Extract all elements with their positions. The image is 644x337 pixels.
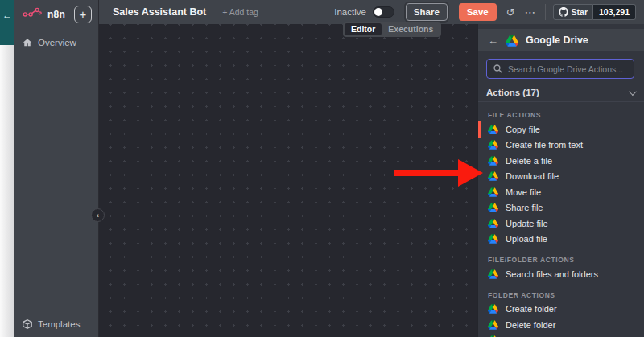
google-drive-icon — [488, 125, 498, 134]
action-item-label: Move file — [506, 187, 541, 197]
search-icon — [493, 64, 502, 73]
n8n-logo-icon — [23, 6, 43, 23]
google-drive-icon — [488, 203, 498, 212]
topbar-divider — [545, 4, 546, 20]
sidebar-collapse-button[interactable]: ‹ — [91, 208, 105, 222]
action-item-label: Share file — [506, 203, 543, 212]
action-list-item[interactable]: Upload file — [488, 232, 634, 248]
save-button[interactable]: Save — [459, 3, 497, 21]
panel-back-arrow-icon[interactable]: ← — [488, 35, 498, 47]
home-icon — [23, 38, 32, 47]
action-item-label: Download file — [506, 171, 559, 181]
google-drive-icon — [506, 35, 518, 47]
action-list-item[interactable]: Download file — [488, 169, 634, 185]
edge-back-button[interactable]: ← — [0, 0, 14, 45]
action-item-label: Copy file — [506, 125, 540, 134]
action-list-item[interactable]: Create file from text — [488, 138, 634, 154]
workflow-title[interactable]: Sales Assistant Bot — [113, 6, 206, 18]
google-drive-icon — [488, 219, 498, 228]
action-section-label: FOLDER ACTIONS — [488, 291, 634, 299]
action-section-label: FILE/FOLDER ACTIONS — [488, 256, 634, 264]
add-tag-button[interactable]: + Add tag — [222, 7, 258, 17]
sidebar: n8n + Overview Templates — [14, 0, 99, 337]
more-options-icon[interactable]: ⋯ — [525, 6, 537, 18]
back-arrow-icon: ← — [2, 10, 12, 45]
action-list-item[interactable]: Create folder — [488, 302, 634, 318]
github-star-widget[interactable]: Star 103,291 — [553, 4, 636, 20]
annotation-arrow-icon — [394, 158, 483, 187]
github-star-count: 103,291 — [593, 4, 636, 20]
sidebar-item-templates[interactable]: Templates — [14, 314, 98, 335]
action-list-item[interactable]: Copy file — [488, 121, 634, 138]
google-drive-icon — [488, 140, 498, 150]
panel-title: Google Drive — [526, 35, 588, 46]
action-item-label: Create folder — [506, 304, 557, 314]
panel-header: ← Google Drive — [478, 29, 644, 51]
action-list-item[interactable]: Move file — [488, 184, 634, 200]
share-button[interactable]: Share — [406, 3, 448, 21]
google-drive-icon — [488, 156, 498, 166]
google-drive-icon — [488, 269, 498, 279]
action-item-label: Create file from text — [506, 140, 583, 150]
action-list-item[interactable]: Share folder — [488, 333, 634, 337]
action-list-item[interactable]: Delete a file — [488, 153, 634, 169]
sidebar-item-overview[interactable]: Overview — [14, 32, 98, 53]
tab-executions[interactable]: Executions — [382, 23, 440, 35]
action-item-label: Upload file — [506, 234, 547, 244]
toggle-knob — [374, 8, 382, 16]
action-list-item[interactable]: Share file — [488, 200, 634, 216]
active-toggle[interactable] — [373, 6, 394, 18]
action-section-label: FILE ACTIONS — [488, 111, 634, 119]
workflow-status-label: Inactive — [334, 7, 366, 17]
action-item-label: Update file — [506, 219, 548, 228]
package-icon — [23, 319, 32, 329]
actions-accordion-header[interactable]: Actions (17) — [486, 84, 634, 101]
n8n-logo-text: n8n — [47, 9, 74, 20]
sidebar-item-label: Overview — [38, 38, 76, 47]
google-drive-icon — [488, 304, 498, 314]
google-drive-icon — [488, 171, 498, 181]
add-workflow-button[interactable]: + — [74, 6, 92, 23]
chevron-down-icon — [629, 88, 637, 96]
action-item-label: Delete a file — [506, 156, 552, 166]
action-list-item[interactable]: Update file — [488, 216, 634, 232]
tab-editor[interactable]: Editor — [345, 23, 382, 35]
topbar: Sales Assistant Bot + Add tag Inactive S… — [99, 0, 644, 24]
sidebar-item-label: Templates — [38, 319, 80, 329]
google-drive-icon — [488, 187, 498, 197]
editor-tabs: Editor Executions — [343, 22, 441, 37]
action-item-label: Delete folder — [506, 320, 555, 330]
google-drive-icon — [488, 234, 498, 244]
action-list-item[interactable]: Delete folder — [488, 317, 634, 333]
n8n-app-window: ← n8n + Overview Templat — [0, 0, 644, 337]
google-drive-icon — [488, 320, 498, 330]
actions-search-box — [486, 59, 634, 79]
action-list-item[interactable]: Search files and folders — [488, 266, 634, 282]
github-star-label: Star — [572, 7, 588, 17]
search-input[interactable] — [508, 64, 627, 74]
node-actions-panel: ← Google Drive Actions (17) FILE — [477, 24, 644, 337]
chevron-left-icon: ‹ — [97, 212, 99, 220]
action-list: FILE ACTIONS Copy file Cr — [478, 102, 644, 337]
edge-overlay-strip: ← — [0, 0, 14, 337]
github-icon — [559, 7, 568, 17]
action-item-label: Search files and folders — [506, 269, 598, 279]
version-history-icon[interactable]: ↺ — [506, 6, 515, 18]
sidebar-header: n8n + — [14, 0, 98, 29]
